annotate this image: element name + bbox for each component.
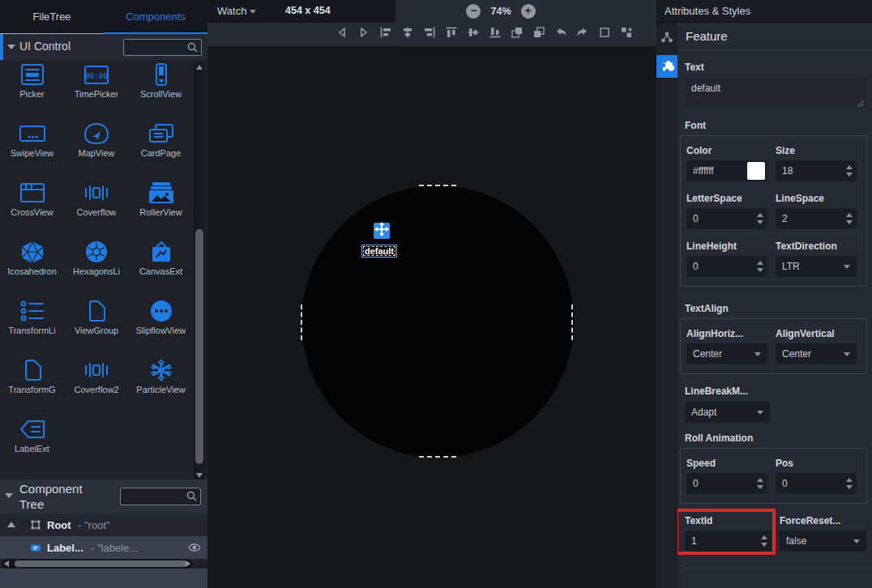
zoom-out-icon[interactable]: − — [466, 4, 481, 19]
stepper-icon[interactable] — [846, 164, 853, 177]
textid-input[interactable] — [685, 530, 772, 552]
align-right-icon[interactable] — [423, 26, 436, 39]
align-center-vertical-icon[interactable] — [467, 26, 480, 39]
alignvertical-dropdown[interactable]: Center — [776, 343, 857, 364]
zoom-in-icon[interactable]: + — [521, 4, 536, 19]
component-item-slipflowview[interactable]: SlipflowView — [129, 296, 193, 356]
linespace-input[interactable] — [776, 208, 857, 229]
component-item-timepicker[interactable]: 00:00 TimePicker — [64, 60, 129, 119]
lineheight-input[interactable] — [686, 256, 767, 277]
stepper-icon[interactable] — [846, 212, 853, 225]
align-bottom-icon[interactable] — [489, 26, 502, 39]
tree-row-label[interactable]: Label... - "labele... — [0, 536, 207, 559]
component-item-labelext[interactable]: LabelExt — [0, 415, 64, 474]
swap-position-icon[interactable] — [620, 26, 633, 39]
collapse-caret-icon[interactable] — [7, 45, 15, 49]
canvas-toolbar — [336, 26, 633, 39]
tree-search-input[interactable] — [124, 488, 180, 505]
bring-to-front-icon[interactable] — [511, 26, 524, 39]
expander-icon[interactable] — [7, 522, 15, 527]
color-swatch[interactable] — [747, 162, 765, 180]
attributes-styles-bar: Attributes & Styles — [656, 0, 872, 23]
component-tree-header[interactable]: Component Tree — [0, 479, 207, 513]
component-item-scrollview[interactable]: ScrollView — [129, 60, 193, 119]
tab-feature[interactable] — [656, 55, 678, 78]
size-input[interactable] — [776, 160, 857, 181]
component-item-picker[interactable]: Picker — [0, 60, 64, 119]
align-left-icon[interactable] — [379, 26, 392, 39]
redo-icon[interactable] — [576, 26, 589, 39]
component-item-coverflow[interactable]: Coverflow — [64, 178, 129, 237]
component-item-viewgroup[interactable]: ViewGroup — [64, 296, 129, 356]
lineheight-field — [686, 256, 767, 277]
stepper-icon[interactable] — [846, 477, 853, 490]
component-item-transformg[interactable]: TransformG — [0, 356, 64, 415]
component-item-particleview[interactable]: ParticleView — [129, 356, 193, 415]
textid-field — [685, 530, 772, 552]
send-to-back-icon[interactable] — [532, 26, 545, 39]
pos-input[interactable] — [776, 473, 857, 494]
component-item-rollerview[interactable]: RollerView — [129, 178, 193, 237]
picker-icon — [18, 62, 47, 87]
tab-structure[interactable] — [656, 28, 678, 50]
feature-section-title: Feature — [678, 23, 872, 50]
chevron-down-icon[interactable] — [250, 10, 256, 14]
tree-search[interactable] — [120, 488, 201, 505]
linebreak-dropdown[interactable]: Adapt — [685, 402, 770, 423]
component-label: ParticleView — [136, 385, 185, 394]
component-item-cardpage[interactable]: CardPage — [129, 119, 193, 178]
visibility-eye-icon[interactable] — [188, 542, 201, 556]
stepper-icon[interactable] — [761, 535, 767, 548]
ui-control-search-input[interactable] — [127, 40, 182, 55]
scroll-right-icon[interactable] — [186, 560, 190, 567]
next-icon[interactable] — [357, 26, 370, 39]
textalign-group: AlignHoriz... Center AlignVertical Cente… — [680, 318, 867, 374]
tree-horizontal-scrollbar[interactable] — [2, 559, 193, 569]
device-screen[interactable] — [301, 185, 574, 458]
watch-dropdown[interactable]: Watch — [217, 5, 246, 17]
scroll-up-icon[interactable] — [196, 65, 203, 70]
letterspace-input[interactable] — [686, 208, 767, 229]
component-item-crossview[interactable]: CrossView — [0, 178, 64, 237]
palette-scrollbar[interactable] — [194, 61, 205, 482]
component-item-swipeview[interactable]: SwipeView — [0, 119, 64, 178]
ui-control-header[interactable]: UI Control — [0, 34, 207, 60]
stepper-icon[interactable] — [757, 477, 763, 490]
alignvertical-label: AlignVertical — [776, 328, 857, 339]
scrollbar-thumb[interactable] — [195, 229, 203, 464]
speed-input[interactable] — [686, 473, 767, 494]
selected-label-widget[interactable]: default — [361, 245, 397, 258]
textalign-label: TextAlign — [685, 303, 872, 314]
component-item-canvasext[interactable]: CanvasExt — [129, 237, 193, 296]
align-center-horizontal-icon[interactable] — [401, 26, 414, 39]
selection-box-icon[interactable] — [598, 26, 611, 39]
tree-row-root[interactable]: Root - "root" — [0, 513, 207, 536]
scroll-left-icon[interactable] — [4, 560, 9, 567]
ui-control-search[interactable] — [123, 39, 202, 56]
textdirection-dropdown[interactable]: LTR — [776, 256, 857, 277]
forcereset-dropdown[interactable]: false — [780, 530, 866, 552]
component-item-hexagons[interactable]: HexagonsLi — [64, 237, 129, 296]
component-item-mapview[interactable]: MapView — [64, 119, 129, 178]
stepper-icon[interactable] — [757, 212, 763, 225]
undo-icon[interactable] — [554, 26, 567, 39]
text-value-input[interactable]: default — [685, 78, 866, 108]
alignhorizontal-dropdown[interactable]: Center — [686, 343, 767, 364]
component-item-coverflow2[interactable]: Coverflow2 — [64, 356, 129, 415]
collapse-caret-icon[interactable] — [5, 493, 13, 498]
scroll-down-icon[interactable] — [196, 473, 203, 478]
component-item-icosahedron[interactable]: Icosahedron — [0, 237, 64, 296]
chevron-down-icon — [754, 352, 761, 356]
scrollbar-thumb[interactable] — [15, 560, 186, 567]
color-field — [686, 160, 767, 181]
tab-components[interactable]: Components — [104, 0, 207, 34]
align-top-icon[interactable] — [445, 26, 458, 39]
component-item-transformlist[interactable]: TransformLi — [0, 296, 64, 356]
design-canvas[interactable]: default — [207, 46, 656, 588]
lineheight-label: LineHeight — [686, 241, 767, 252]
canvasext-icon — [147, 240, 176, 264]
tab-filetree[interactable]: FileTree — [0, 0, 104, 34]
prev-icon[interactable] — [336, 26, 348, 39]
move-handle[interactable] — [374, 223, 390, 239]
stepper-icon[interactable] — [757, 260, 763, 273]
